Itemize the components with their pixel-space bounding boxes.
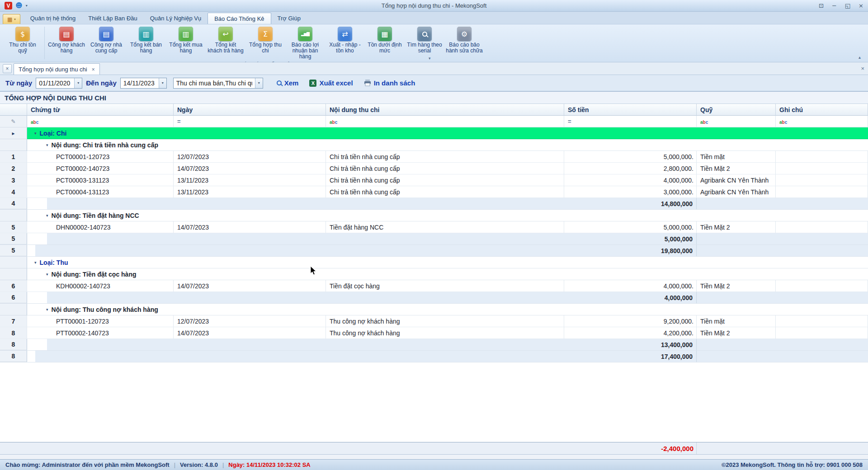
ribbon-button-low-stock[interactable]: ▦Tồn dưới định mức — [365, 26, 405, 55]
filter-abc-icon: abc — [779, 118, 787, 125]
app-logo-icon[interactable]: V — [5, 2, 12, 9]
ribbon-dialog-launcher-icon[interactable]: ▾ — [429, 56, 431, 61]
chevron-down-icon[interactable]: ▾ — [34, 131, 37, 136]
ribbon-collapse-icon[interactable]: ▴ — [859, 55, 861, 60]
grid-filter-row: ✎abc=abc=abcabc — [0, 116, 868, 127]
chevron-down-icon[interactable]: ▾ — [46, 213, 48, 218]
filter-cell-0[interactable]: abc — [27, 116, 174, 127]
minimize-button[interactable]: − — [832, 2, 837, 9]
tabbar-close-button[interactable]: × — [861, 65, 864, 72]
table-row[interactable]: 519,800,000 — [0, 245, 868, 257]
chevron-down-icon[interactable]: ▾ — [46, 272, 48, 277]
cell-chungtu: PCT00002-140723 — [27, 163, 174, 174]
table-row[interactable]: 2PCT00002-14072314/07/2023Chi trả tiền n… — [0, 163, 868, 174]
table-row[interactable]: 6KDH00002-14072314/07/2023Tiền đặt cọc h… — [0, 280, 868, 292]
ribbon-button-profit-report[interactable]: ▂▅▇Báo cáo lợi nhuận bán hàng — [285, 26, 325, 61]
ribbon-button-supplier-debt[interactable]: ▤Công nợ nhà cung cấp — [86, 26, 126, 55]
menu-tab-0[interactable]: Quản trị hệ thống — [24, 13, 82, 24]
subtotal-amount: 5,000,000 — [564, 233, 697, 244]
type-combo-caret-icon[interactable]: ▾ — [255, 78, 263, 88]
column-header-5[interactable]: Ghi chú — [776, 104, 868, 116]
filter-cell-1[interactable]: = — [174, 116, 326, 127]
to-date-input[interactable] — [121, 78, 159, 88]
print-button[interactable]: In danh sách — [360, 79, 419, 87]
ribbon-button-warranty-repair[interactable]: ⚙Báo cáo bảo hành sửa chữa — [444, 26, 484, 55]
restore-button[interactable]: ◱ — [845, 2, 850, 9]
filter-cell-5[interactable]: abc — [776, 116, 868, 127]
export-excel-label: Xuất excel — [319, 79, 353, 87]
cell-noidung: Chi trả tiền nhà cung cấp — [326, 174, 564, 186]
export-excel-button[interactable]: X Xuất excel — [306, 79, 356, 87]
table-row[interactable]: 817,400,000 — [0, 351, 868, 362]
status-date: Ngày: 14/11/2023 10:32:02 SA — [228, 461, 310, 468]
filter-cell-3[interactable]: = — [564, 116, 697, 127]
table-row[interactable]: ▾Nội dung: Chi trả tiền nhà cung cấp — [0, 139, 868, 151]
table-row[interactable]: 55,000,000 — [0, 233, 868, 245]
close-button[interactable]: × — [859, 2, 863, 9]
from-date-caret-icon[interactable]: ▾ — [74, 78, 82, 88]
ribbon-button-customer-debt[interactable]: ▤Công nợ khách hàng — [47, 26, 86, 55]
ribbon-button-serial-search[interactable]: Tìm hàng theo serial — [405, 26, 444, 55]
table-row[interactable]: 4PCT00004-13112313/11/2023Chi trả tiền n… — [0, 186, 868, 198]
cell-sotien: 4,200,000. — [564, 327, 697, 339]
cash-fund-icon: $ — [15, 27, 30, 41]
document-tab-close-icon[interactable]: × — [92, 66, 95, 73]
table-row[interactable]: 7PTT00001-12072312/07/2023Thu công nợ kh… — [0, 315, 868, 327]
quick-access-caret-icon[interactable]: ▾ — [26, 4, 28, 8]
table-row[interactable]: 8PTT00002-14072314/07/2023Thu công nợ kh… — [0, 327, 868, 339]
table-row[interactable]: ▸▾Loại: Chi — [0, 127, 868, 139]
serial-search-icon — [417, 27, 432, 41]
table-row[interactable]: 414,800,000 — [0, 198, 868, 210]
grid-header-row: Chứng từNgàyNội dung thu chiSố tiềnQuỹGh… — [0, 104, 868, 116]
ribbon-button-purchase-summary[interactable]: ▥Tổng kết mua hàng — [166, 26, 206, 55]
chevron-down-icon[interactable]: ▾ — [34, 260, 37, 265]
menu-tab-2[interactable]: Quản Lý Nghiệp Vụ — [144, 13, 208, 24]
table-row[interactable]: 64,000,000 — [0, 292, 868, 304]
skin-icon[interactable]: ☻ — [15, 2, 23, 9]
subtotal-stripe — [47, 233, 868, 244]
cell-ngay: 14/07/2023 — [174, 221, 326, 233]
to-date-caret-icon[interactable]: ▾ — [159, 78, 166, 88]
table-row[interactable]: ▾Nội dung: Tiền đặt hàng NCC — [0, 210, 868, 221]
column-header-4[interactable]: Quỹ — [697, 104, 776, 116]
menu-tab-1[interactable]: Thiết Lập Ban Đầu — [82, 13, 143, 24]
column-header-3[interactable]: Số tiền — [564, 104, 697, 116]
filter-abc-icon: abc — [700, 118, 708, 125]
table-row[interactable]: 1PCT00001-12072312/07/2023Chi trả tiền n… — [0, 151, 868, 163]
table-row[interactable]: ▾Nội dung: Tiền đặt cọc hàng — [0, 268, 868, 280]
ribbon-button-returns-summary[interactable]: ↩Tổng kết khách trả hàng — [206, 26, 245, 55]
cell-quy: Agribank CN Yên Thành — [697, 174, 776, 186]
cell-ghichu — [776, 186, 868, 198]
ribbon-button-sales-summary[interactable]: ▥Tổng kết bán hàng — [126, 26, 166, 55]
filter-cell-2[interactable]: abc — [326, 116, 564, 127]
cell-quy: Agribank CN Yên Thành — [697, 186, 776, 198]
column-header-1[interactable]: Ngày — [174, 104, 326, 116]
fullscreen-button[interactable]: ⊡ — [819, 2, 824, 9]
table-row[interactable]: 5DHN00002-14072314/07/2023Tiền đặt hàng … — [0, 221, 868, 233]
application-menu-button[interactable]: ▦ ▾ — [3, 14, 20, 24]
menu-tab-3[interactable]: Báo Cáo Thống Kê — [208, 13, 271, 24]
filter-cell-4[interactable]: abc — [697, 116, 776, 127]
column-header-2[interactable]: Nội dung thu chi — [326, 104, 564, 116]
chevron-down-icon[interactable]: ▾ — [46, 307, 48, 312]
ribbon-button-cash-fund[interactable]: $Thu chi tồn quỹ — [3, 26, 42, 55]
ribbon-button-inventory-flow[interactable]: ⇄Xuất - nhập - tồn kho — [325, 26, 365, 55]
cell-ghichu — [776, 315, 868, 327]
row-header: 6 — [0, 292, 27, 303]
view-button[interactable]: Xem — [273, 79, 302, 87]
ribbon-button-income-expense-summary[interactable]: ΣTổng hợp thu chi — [245, 26, 285, 55]
chevron-down-icon[interactable]: ▾ — [46, 143, 48, 147]
table-row[interactable]: 3PCT00003-13112313/11/2023Chi trả tiền n… — [0, 174, 868, 186]
tab-close-left-button[interactable]: × — [3, 64, 12, 73]
column-header-0[interactable]: Chứng từ — [27, 104, 174, 116]
menu-tab-4[interactable]: Trợ Giúp — [271, 13, 307, 24]
cell-ngay: 14/07/2023 — [174, 163, 326, 174]
table-row[interactable]: ▾Nội dung: Thu công nợ khách hàng — [0, 304, 868, 315]
type-combo-input[interactable] — [174, 78, 255, 88]
table-row[interactable]: 813,400,000 — [0, 339, 868, 351]
table-row[interactable]: ▾Loại: Thu — [0, 257, 868, 268]
from-date-input[interactable] — [36, 78, 74, 88]
type-combo: ▾ — [173, 78, 263, 89]
subtotal-stripe — [35, 245, 868, 256]
document-tab[interactable]: Tổng hợp nội dung thu chi × — [14, 63, 100, 75]
